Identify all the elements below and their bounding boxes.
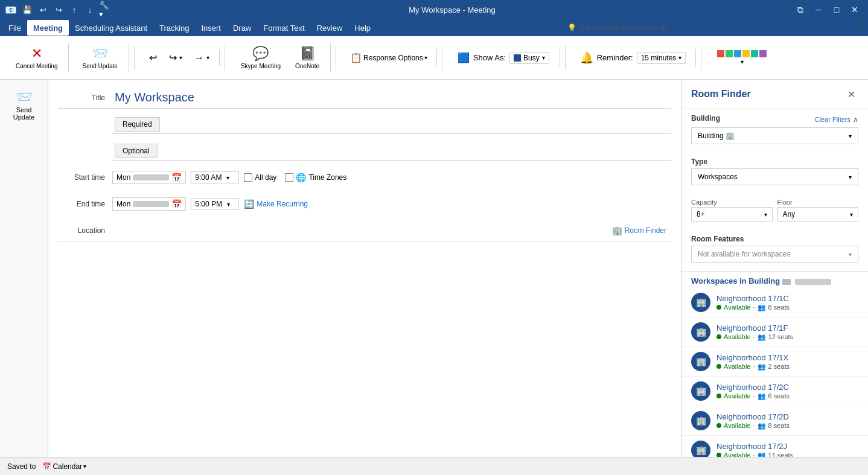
lightbulb-icon: 💡 [567, 24, 576, 32]
show-as-group[interactable]: 🟦 Show As: Busy ▾ [452, 49, 555, 67]
move-up-button[interactable]: ↑ [68, 3, 81, 16]
close-button[interactable]: ✕ [846, 1, 863, 18]
menu-scheduling-assistant[interactable]: Scheduling Assistant [69, 20, 153, 36]
window-controls: ⧉ ─ □ ✕ [792, 1, 863, 18]
workspace-item-17-2c[interactable]: 🏢 Neighborhood 17/2C Available · 👥 6 sea… [681, 377, 868, 406]
available-status-17-2d: Available [724, 422, 750, 429]
response-options-button[interactable]: 📋 Response Options ▾ [346, 49, 432, 66]
ribbon-separator-3 [336, 46, 336, 70]
end-day-value: Mon [116, 200, 130, 208]
make-recurring-label: Make Recurring [257, 200, 308, 208]
forward-button[interactable]: → ▾ [190, 50, 214, 66]
dot-sep-2d: · [753, 422, 755, 429]
customize-button[interactable]: 🔧▾ [99, 3, 112, 16]
reminder-dropdown[interactable]: 15 minutes ▾ [637, 52, 686, 64]
busy-dropdown[interactable]: Busy ▾ [509, 52, 549, 64]
ribbon-group-reminder: 🔔 Reminder: 15 minutes ▾ [570, 49, 697, 67]
ribbon-collapse-button[interactable]: ∧ [860, 23, 866, 33]
start-time-select[interactable]: 9:00 AM ▾ [191, 171, 239, 183]
tags-button[interactable]: ▾ [711, 48, 773, 68]
make-recurring-link[interactable]: 🔄 Make Recurring [244, 199, 308, 209]
seats-17-1c: 8 seats [768, 304, 790, 311]
workspace-item-17-2j[interactable]: 🏢 Neighborhood 17/2J Available · 👥 11 se… [681, 436, 868, 457]
time-zones-checkbox[interactable]: 🌐 Time Zones [285, 173, 346, 182]
menu-format-text[interactable]: Format Text [257, 20, 310, 36]
menu-draw[interactable]: Draw [227, 20, 257, 36]
calendar-dropdown[interactable]: 📅 Calendar ▾ [39, 461, 89, 473]
start-time-label: Start time [58, 173, 112, 182]
menu-bar: File Meeting Scheduling Assistant Tracki… [0, 19, 868, 36]
capacity-floor-row: Capacity 8+ ▾ Floor Any ▾ [691, 199, 858, 222]
floor-dropdown[interactable]: Any ▾ [777, 207, 859, 222]
menu-tracking[interactable]: Tracking [153, 20, 195, 36]
minimize-button[interactable]: ─ [810, 1, 827, 18]
send-update-side-button[interactable]: 📨 Send Update [5, 84, 43, 126]
tell-me-bar[interactable]: 💡 Tell me what you want to do [567, 24, 668, 32]
floor-value: Any [783, 210, 796, 218]
start-date-input[interactable]: Mon 📅 [112, 171, 186, 184]
save-button[interactable]: 💾 [21, 3, 34, 16]
all-day-cb-box [244, 173, 252, 182]
message-body[interactable] [58, 246, 671, 427]
optional-button[interactable]: Optional [115, 144, 158, 158]
room-features-section: Room Features Not available for workspac… [681, 230, 868, 271]
room-finder-link-label: Room Finder [625, 226, 666, 235]
room-features-dropdown[interactable]: Not available for workspaces ▾ [691, 246, 858, 263]
room-finder-header: Room Finder ✕ [681, 80, 868, 109]
workspace-name-17-2c: Neighborhood 17/2C [716, 383, 858, 392]
type-dropdown[interactable]: Workspaces ▾ [691, 168, 858, 185]
restore-button[interactable]: ⧉ [792, 1, 809, 18]
capacity-dropdown[interactable]: 8+ ▾ [691, 207, 773, 222]
reminder-chevron: ▾ [678, 54, 681, 61]
send-update-button[interactable]: 📨 Send Update [76, 43, 123, 72]
redo-chevron-icon[interactable]: ▾ [179, 54, 182, 61]
workspace-item-17-1c[interactable]: 🏢 Neighborhood 17/1C Available · 👥 8 sea… [681, 288, 868, 317]
title-bar: 📧 💾 ↩ ↪ ↑ ↓ 🔧▾ My Workspace - Meeting ⧉ … [0, 0, 868, 19]
all-day-checkbox[interactable]: All day [244, 173, 276, 182]
undo-button[interactable]: ↩ [36, 3, 49, 16]
undo-action-button[interactable]: ↩ [144, 49, 162, 66]
end-time-select[interactable]: 5:00 PM ▾ [191, 198, 239, 210]
color-green [726, 50, 733, 57]
capacity-value: 8+ [697, 210, 705, 218]
available-status-17-1f: Available [724, 333, 750, 340]
end-date-input[interactable]: Mon 📅 [112, 197, 186, 211]
workspace-item-17-2d[interactable]: 🏢 Neighborhood 17/2D Available · 👥 8 sea… [681, 406, 868, 436]
workspaces-header-text: Workspaces in Building [691, 276, 782, 285]
room-finder-close-button[interactable]: ✕ [844, 87, 858, 101]
skype-meeting-button[interactable]: 💬 Skype Meeting [235, 43, 287, 72]
calendar-icon: 📅 [42, 462, 51, 471]
move-down-button[interactable]: ↓ [83, 3, 97, 16]
onenote-button[interactable]: 📓 OneNote [289, 43, 325, 72]
room-finder-link[interactable]: 🏢 Room Finder [612, 226, 671, 235]
building-dropdown[interactable]: Building 🏢 ▾ [691, 127, 858, 144]
menu-meeting[interactable]: Meeting [27, 20, 69, 36]
workspace-info-17-2d: Neighborhood 17/2D Available · 👥 8 seats [716, 412, 858, 430]
workspace-item-17-1x[interactable]: 🏢 Neighborhood 17/1X Available · 👥 2 sea… [681, 347, 868, 377]
undo-icon: ↩ [149, 52, 157, 63]
tell-me-text: Tell me what you want to do [579, 24, 668, 32]
ribbon-group-skype: 💬 Skype Meeting 📓 OneNote [230, 43, 331, 72]
redo-button[interactable]: ↪ [52, 3, 65, 16]
time-zones-icon: 🌐 [296, 173, 306, 182]
title-field-value[interactable]: My Workspace [112, 88, 671, 107]
menu-file[interactable]: File [2, 20, 27, 36]
onenote-icon: 📓 [299, 46, 316, 62]
show-as-label: Show As: [473, 53, 506, 62]
available-status-17-2c: Available [724, 392, 750, 400]
menu-insert[interactable]: Insert [195, 20, 227, 36]
seats-17-1f: 12 seats [768, 333, 794, 340]
ms-colors [717, 50, 767, 57]
menu-review[interactable]: Review [311, 20, 349, 36]
floor-label: Floor [777, 199, 859, 206]
clear-filters-link[interactable]: Clear Filters [815, 116, 850, 123]
cancel-meeting-button[interactable]: ✕ Cancel Meeting [10, 43, 63, 72]
color-red [717, 50, 724, 57]
redo-action-button[interactable]: ↪ ▾ [164, 49, 187, 66]
menu-help[interactable]: Help [348, 20, 377, 36]
required-button[interactable]: Required [115, 117, 160, 132]
forward-chevron-icon[interactable]: ▾ [206, 54, 209, 61]
maximize-button[interactable]: □ [828, 1, 845, 18]
workspace-item-17-1f[interactable]: 🏢 Neighborhood 17/1F Available · 👥 12 se… [681, 317, 868, 347]
ribbon-group-send: 📨 Send Update [71, 43, 129, 72]
